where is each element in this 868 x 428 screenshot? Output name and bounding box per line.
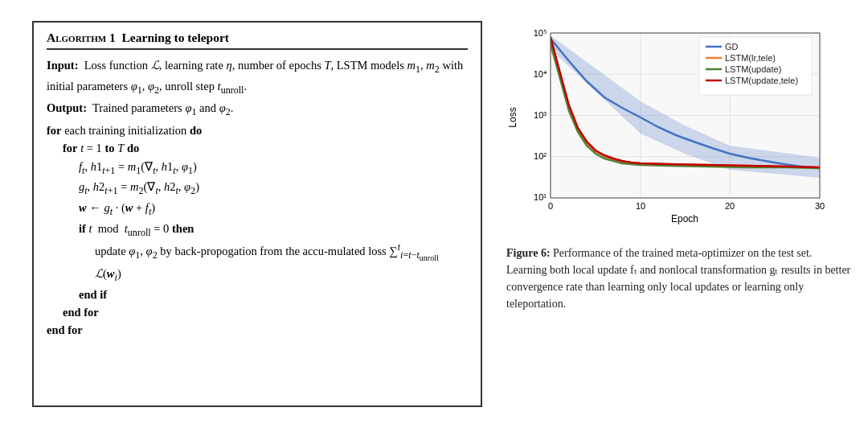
line-endfor1: end for [47,303,468,321]
input-line: Input: Loss function ℒ, learning rate η,… [47,56,468,97]
input-label: Input: [47,59,79,72]
svg-text:Epoch: Epoch [671,213,698,224]
loss-chart: 10¹ 10² 10³ 10⁴ 10⁵ 0 10 20 30 Loss Epoc… [506,21,852,237]
for-outer: for each training initialization do [47,121,468,139]
svg-text:20: 20 [725,201,735,211]
svg-text:Loss: Loss [507,107,518,127]
line-if: if t mod tunroll = 0 then [47,220,468,241]
for-inner: for t = 1 to T do [47,139,468,157]
caption-text: Performance of the trained meta-optimize… [506,247,850,310]
svg-text:LSTM(update,tele): LSTM(update,tele) [725,76,798,85]
svg-text:10: 10 [636,201,645,211]
svg-text:10⁵: 10⁵ [534,28,547,38]
svg-text:10³: 10³ [534,110,547,120]
line-f: ft, h1t+1 = m1(∇t, h1t, φ1) [47,158,468,179]
algo-name: Learning to teleport [122,31,229,44]
main-container: Algorithm 1 Learning to teleport Input: … [16,13,852,415]
line-g: gt, h2t+1 = m2(∇t, h2t, φ2) [47,178,468,199]
right-panel: 10¹ 10² 10³ 10⁴ 10⁵ 0 10 20 30 Loss Epoc… [506,21,852,407]
svg-text:0: 0 [548,201,553,211]
output-line: Output: Trained parameters φ1 and φ2. [47,99,468,120]
svg-text:GD: GD [725,42,739,51]
figure-caption: Figure 6: Performance of the trained met… [506,245,852,312]
line-endfor2: end for [47,321,468,339]
chart-area: 10¹ 10² 10³ 10⁴ 10⁵ 0 10 20 30 Loss Epoc… [506,21,852,238]
line-update: update φ1, φ2 by back-propogation from t… [47,240,468,285]
svg-text:10⁴: 10⁴ [534,69,547,79]
figure-label: Figure 6: [506,247,551,259]
svg-text:10¹: 10¹ [534,192,547,202]
algorithm-title: Algorithm 1 Learning to teleport [47,31,468,50]
svg-text:LSTM(lr,tele): LSTM(lr,tele) [725,53,776,63]
output-label: Output: [47,101,87,114]
line-endif: end if [47,286,468,303]
algorithm-body: Input: Loss function ℒ, learning rate η,… [47,56,468,340]
line-w: w ← gt · (w + ft) [47,199,468,220]
svg-text:10²: 10² [534,151,547,161]
algorithm-box: Algorithm 1 Learning to teleport Input: … [32,21,482,407]
svg-text:30: 30 [815,201,825,211]
algo-label: Algorithm 1 [47,31,116,44]
svg-text:LSTM(update): LSTM(update) [725,64,781,74]
